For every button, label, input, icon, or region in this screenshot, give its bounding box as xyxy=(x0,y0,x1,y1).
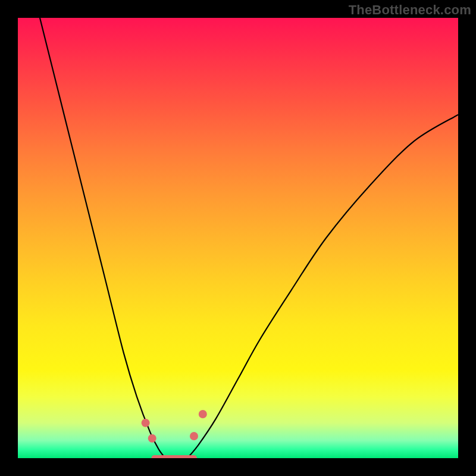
chart-frame: TheBottleneck.com xyxy=(0,0,476,476)
highlight-dot xyxy=(190,432,198,440)
highlight-dots xyxy=(142,410,207,443)
right-curve xyxy=(187,115,458,458)
chart-svg xyxy=(18,18,458,458)
highlight-dot xyxy=(148,434,156,443)
highlight-dot xyxy=(199,410,207,418)
left-curve xyxy=(40,18,165,458)
watermark-label: TheBottleneck.com xyxy=(349,2,471,18)
plot-area xyxy=(18,18,458,458)
highlight-dot xyxy=(142,419,150,427)
